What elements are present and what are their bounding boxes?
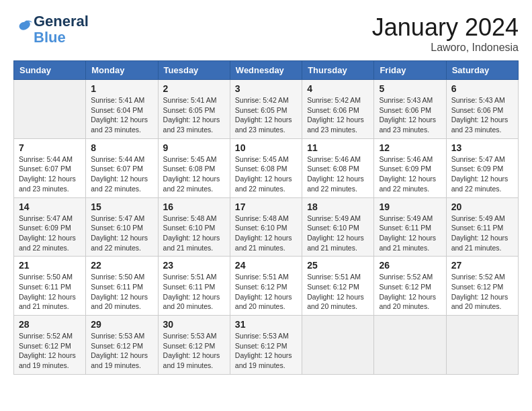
day-cell: 12Sunrise: 5:46 AMSunset: 6:09 PMDayligh… xyxy=(374,138,446,197)
day-number: 25 xyxy=(307,260,369,271)
day-number: 29 xyxy=(91,319,152,330)
sunrise-text: Sunrise: 5:50 AM xyxy=(91,272,152,282)
day-number: 28 xyxy=(19,319,81,330)
day-detail: Sunrise: 5:49 AMSunset: 6:10 PMDaylight:… xyxy=(307,214,369,253)
sunrise-text: Sunrise: 5:44 AM xyxy=(91,154,152,165)
sunset-text: Sunset: 6:12 PM xyxy=(163,341,225,351)
sunset-text: Sunset: 6:06 PM xyxy=(379,105,441,116)
sunset-text: Sunset: 6:04 PM xyxy=(91,105,152,116)
sunset-text: Sunset: 6:08 PM xyxy=(235,164,297,174)
sunset-text: Sunset: 6:05 PM xyxy=(163,105,225,116)
daylight-text: Daylight: 12 hours and 20 minutes. xyxy=(163,292,225,312)
day-cell: 30Sunrise: 5:53 AMSunset: 6:12 PMDayligh… xyxy=(158,316,230,375)
day-detail: Sunrise: 5:47 AMSunset: 6:09 PMDaylight:… xyxy=(451,154,513,194)
day-cell: 18Sunrise: 5:49 AMSunset: 6:10 PMDayligh… xyxy=(302,197,374,257)
day-cell: 4Sunrise: 5:42 AMSunset: 6:06 PMDaylight… xyxy=(302,80,374,139)
title-section: January 2024 Laworo, Indonesia xyxy=(372,13,519,54)
day-number: 22 xyxy=(91,260,152,271)
day-cell: 28Sunrise: 5:52 AMSunset: 6:12 PMDayligh… xyxy=(14,316,86,375)
day-cell: 20Sunrise: 5:49 AMSunset: 6:11 PMDayligh… xyxy=(446,197,518,257)
header-sunday: Sunday xyxy=(14,61,86,80)
sunrise-text: Sunrise: 5:43 AM xyxy=(379,95,441,105)
daylight-text: Daylight: 12 hours and 22 minutes. xyxy=(163,174,225,193)
sunrise-text: Sunrise: 5:47 AM xyxy=(19,214,81,224)
sunset-text: Sunset: 6:06 PM xyxy=(451,105,513,116)
day-number: 21 xyxy=(19,260,81,271)
sunrise-text: Sunrise: 5:52 AM xyxy=(451,272,513,282)
daylight-text: Daylight: 12 hours and 21 minutes. xyxy=(307,233,369,253)
sunrise-text: Sunrise: 5:43 AM xyxy=(451,95,513,105)
day-number: 14 xyxy=(19,201,81,212)
daylight-text: Daylight: 12 hours and 23 minutes. xyxy=(235,115,297,134)
day-detail: Sunrise: 5:41 AMSunset: 6:05 PMDaylight:… xyxy=(163,95,225,135)
day-detail: Sunrise: 5:51 AMSunset: 6:12 PMDaylight:… xyxy=(307,272,369,312)
sunrise-text: Sunrise: 5:46 AM xyxy=(307,154,369,165)
day-cell: 24Sunrise: 5:51 AMSunset: 6:12 PMDayligh… xyxy=(230,257,302,316)
logo: GeneralBlue xyxy=(13,13,89,46)
sunrise-text: Sunrise: 5:41 AM xyxy=(163,95,225,105)
header-wednesday: Wednesday xyxy=(230,61,302,80)
page-header: GeneralBlue January 2024 Laworo, Indones… xyxy=(13,13,519,54)
day-detail: Sunrise: 5:41 AMSunset: 6:04 PMDaylight:… xyxy=(91,95,152,135)
day-number: 31 xyxy=(235,319,297,330)
main-title: January 2024 xyxy=(372,13,519,42)
day-number: 15 xyxy=(91,201,152,212)
daylight-text: Daylight: 12 hours and 20 minutes. xyxy=(379,292,441,312)
daylight-text: Daylight: 12 hours and 22 minutes. xyxy=(19,233,81,253)
daylight-text: Daylight: 12 hours and 19 minutes. xyxy=(163,351,225,370)
header-monday: Monday xyxy=(86,61,158,80)
sunset-text: Sunset: 6:05 PM xyxy=(235,105,297,116)
week-row-3: 14Sunrise: 5:47 AMSunset: 6:09 PMDayligh… xyxy=(14,197,519,257)
sunrise-text: Sunrise: 5:46 AM xyxy=(379,154,441,165)
sunset-text: Sunset: 6:06 PM xyxy=(307,105,369,116)
day-cell: 19Sunrise: 5:49 AMSunset: 6:11 PMDayligh… xyxy=(374,197,446,257)
day-detail: Sunrise: 5:44 AMSunset: 6:07 PMDaylight:… xyxy=(91,154,152,194)
sunrise-text: Sunrise: 5:42 AM xyxy=(307,95,369,105)
sunrise-text: Sunrise: 5:45 AM xyxy=(163,154,225,165)
sunset-text: Sunset: 6:08 PM xyxy=(307,164,369,174)
daylight-text: Daylight: 12 hours and 23 minutes. xyxy=(163,115,225,134)
daylight-text: Daylight: 12 hours and 21 minutes. xyxy=(379,233,441,253)
day-cell xyxy=(302,316,374,375)
day-detail: Sunrise: 5:53 AMSunset: 6:12 PMDaylight:… xyxy=(91,331,152,371)
day-number: 6 xyxy=(451,83,513,94)
day-number: 30 xyxy=(163,319,225,330)
day-cell: 6Sunrise: 5:43 AMSunset: 6:06 PMDaylight… xyxy=(446,80,518,139)
day-number: 23 xyxy=(163,260,225,271)
sunset-text: Sunset: 6:11 PM xyxy=(91,282,152,292)
day-number: 20 xyxy=(451,201,513,212)
sunrise-text: Sunrise: 5:51 AM xyxy=(163,272,225,282)
day-cell: 21Sunrise: 5:50 AMSunset: 6:11 PMDayligh… xyxy=(14,257,86,316)
day-cell: 16Sunrise: 5:48 AMSunset: 6:10 PMDayligh… xyxy=(158,197,230,257)
sunset-text: Sunset: 6:12 PM xyxy=(91,341,152,351)
sunrise-text: Sunrise: 5:42 AM xyxy=(235,95,297,105)
day-number: 5 xyxy=(379,83,441,94)
daylight-text: Daylight: 12 hours and 23 minutes. xyxy=(19,174,81,193)
day-detail: Sunrise: 5:53 AMSunset: 6:12 PMDaylight:… xyxy=(235,331,297,371)
day-cell xyxy=(374,316,446,375)
week-row-4: 21Sunrise: 5:50 AMSunset: 6:11 PMDayligh… xyxy=(14,257,519,316)
calendar-table: SundayMondayTuesdayWednesdayThursdayFrid… xyxy=(13,60,519,375)
sunrise-text: Sunrise: 5:51 AM xyxy=(235,272,297,282)
day-detail: Sunrise: 5:50 AMSunset: 6:11 PMDaylight:… xyxy=(91,272,152,312)
day-detail: Sunrise: 5:49 AMSunset: 6:11 PMDaylight:… xyxy=(379,214,441,253)
day-number: 9 xyxy=(163,142,225,153)
daylight-text: Daylight: 12 hours and 22 minutes. xyxy=(91,233,152,253)
daylight-text: Daylight: 12 hours and 23 minutes. xyxy=(307,115,369,134)
day-number: 12 xyxy=(379,142,441,153)
day-number: 3 xyxy=(235,83,297,94)
sunrise-text: Sunrise: 5:49 AM xyxy=(307,214,369,224)
sunrise-text: Sunrise: 5:41 AM xyxy=(91,95,152,105)
day-cell: 13Sunrise: 5:47 AMSunset: 6:09 PMDayligh… xyxy=(446,138,518,197)
sunset-text: Sunset: 6:07 PM xyxy=(91,164,152,174)
sunset-text: Sunset: 6:12 PM xyxy=(235,341,297,351)
daylight-text: Daylight: 12 hours and 21 minutes. xyxy=(451,233,513,253)
day-number: 16 xyxy=(163,201,225,212)
sunset-text: Sunset: 6:10 PM xyxy=(163,223,225,233)
week-row-1: 1Sunrise: 5:41 AMSunset: 6:04 PMDaylight… xyxy=(14,80,519,139)
day-detail: Sunrise: 5:45 AMSunset: 6:08 PMDaylight:… xyxy=(163,154,225,194)
sunrise-text: Sunrise: 5:49 AM xyxy=(379,214,441,224)
day-number: 4 xyxy=(307,83,369,94)
sunset-text: Sunset: 6:12 PM xyxy=(307,282,369,292)
sunrise-text: Sunrise: 5:51 AM xyxy=(307,272,369,282)
